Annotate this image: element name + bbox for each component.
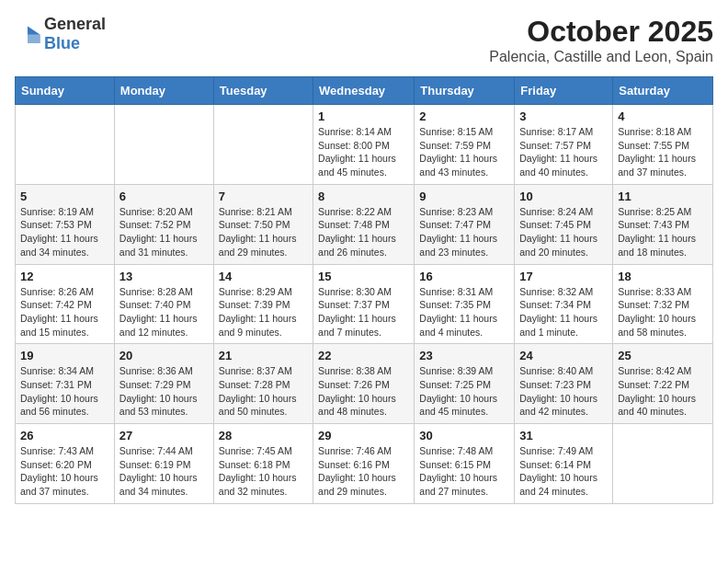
calendar-week-row: 12Sunrise: 8:26 AM Sunset: 7:42 PM Dayli… — [16, 264, 713, 344]
calendar-cell: 8Sunrise: 8:22 AM Sunset: 7:48 PM Daylig… — [313, 184, 415, 264]
day-number: 11 — [618, 190, 708, 203]
day-info: Sunrise: 8:40 AM Sunset: 7:23 PM Dayligh… — [519, 364, 608, 419]
day-info: Sunrise: 8:18 AM Sunset: 7:55 PM Dayligh… — [618, 125, 708, 179]
day-info: Sunrise: 8:26 AM Sunset: 7:42 PM Dayligh… — [20, 285, 109, 339]
calendar-cell: 16Sunrise: 8:31 AM Sunset: 7:35 PM Dayli… — [415, 264, 515, 344]
day-number: 12 — [20, 270, 109, 283]
calendar-cell: 21Sunrise: 8:37 AM Sunset: 7:28 PM Dayli… — [213, 344, 313, 424]
day-number: 31 — [519, 429, 608, 442]
day-info: Sunrise: 8:17 AM Sunset: 7:57 PM Dayligh… — [519, 125, 608, 179]
day-info: Sunrise: 7:49 AM Sunset: 6:14 PM Dayligh… — [519, 444, 608, 499]
day-info: Sunrise: 7:44 AM Sunset: 6:19 PM Dayligh… — [119, 444, 209, 499]
day-number: 2 — [419, 109, 509, 123]
calendar-cell: 2Sunrise: 8:15 AM Sunset: 7:59 PM Daylig… — [415, 105, 515, 185]
calendar-cell: 19Sunrise: 8:34 AM Sunset: 7:31 PM Dayli… — [16, 344, 115, 424]
day-number: 19 — [20, 349, 109, 362]
day-number: 15 — [318, 270, 409, 283]
logo-general: General — [44, 15, 106, 33]
calendar-cell: 15Sunrise: 8:30 AM Sunset: 7:37 PM Dayli… — [313, 264, 415, 344]
logo: General Blue — [15, 15, 106, 53]
calendar-cell: 3Sunrise: 8:17 AM Sunset: 7:57 PM Daylig… — [515, 105, 613, 185]
calendar-cell: 20Sunrise: 8:36 AM Sunset: 7:29 PM Dayli… — [114, 344, 213, 424]
day-number: 10 — [519, 190, 608, 203]
header-day: Friday — [515, 77, 613, 105]
day-info: Sunrise: 8:29 AM Sunset: 7:39 PM Dayligh… — [219, 285, 308, 339]
calendar-cell: 1Sunrise: 8:14 AM Sunset: 8:00 PM Daylig… — [313, 105, 415, 185]
day-info: Sunrise: 8:19 AM Sunset: 7:53 PM Dayligh… — [20, 205, 109, 259]
day-number: 18 — [618, 270, 708, 283]
calendar-cell: 17Sunrise: 8:32 AM Sunset: 7:34 PM Dayli… — [515, 264, 613, 344]
day-number: 27 — [119, 429, 209, 442]
page-header: General Blue October 2025 Palencia, Cast… — [15, 15, 713, 65]
calendar-cell: 11Sunrise: 8:25 AM Sunset: 7:43 PM Dayli… — [613, 184, 713, 264]
day-info: Sunrise: 7:48 AM Sunset: 6:15 PM Dayligh… — [419, 444, 509, 499]
svg-marker-0 — [28, 27, 40, 35]
day-info: Sunrise: 8:31 AM Sunset: 7:35 PM Dayligh… — [419, 285, 509, 339]
day-info: Sunrise: 8:39 AM Sunset: 7:25 PM Dayligh… — [419, 364, 509, 419]
calendar-cell: 24Sunrise: 8:40 AM Sunset: 7:23 PM Dayli… — [515, 344, 613, 424]
logo-icon — [15, 25, 40, 43]
day-info: Sunrise: 8:21 AM Sunset: 7:50 PM Dayligh… — [219, 205, 308, 259]
day-number: 21 — [219, 349, 308, 362]
header-day: Sunday — [16, 77, 115, 105]
calendar-cell: 7Sunrise: 8:21 AM Sunset: 7:50 PM Daylig… — [213, 184, 313, 264]
calendar-cell: 31Sunrise: 7:49 AM Sunset: 6:14 PM Dayli… — [515, 424, 613, 504]
calendar-cell: 23Sunrise: 8:39 AM Sunset: 7:25 PM Dayli… — [415, 344, 515, 424]
calendar-cell: 27Sunrise: 7:44 AM Sunset: 6:19 PM Dayli… — [114, 424, 213, 504]
day-number: 16 — [419, 270, 509, 283]
day-number: 7 — [219, 190, 308, 203]
calendar-cell: 10Sunrise: 8:24 AM Sunset: 7:45 PM Dayli… — [515, 184, 613, 264]
calendar-table: SundayMondayTuesdayWednesdayThursdayFrid… — [15, 76, 713, 504]
day-number: 23 — [419, 349, 509, 362]
header-day: Tuesday — [213, 77, 313, 105]
day-number: 13 — [119, 270, 209, 283]
header-day: Wednesday — [313, 77, 415, 105]
day-info: Sunrise: 8:15 AM Sunset: 7:59 PM Dayligh… — [419, 125, 509, 179]
header-day: Monday — [114, 77, 213, 105]
day-number: 9 — [419, 190, 509, 203]
day-info: Sunrise: 7:43 AM Sunset: 6:20 PM Dayligh… — [20, 444, 109, 499]
calendar-cell: 28Sunrise: 7:45 AM Sunset: 6:18 PM Dayli… — [213, 424, 313, 504]
day-info: Sunrise: 8:25 AM Sunset: 7:43 PM Dayligh… — [618, 205, 708, 259]
day-info: Sunrise: 8:42 AM Sunset: 7:22 PM Dayligh… — [618, 364, 708, 419]
calendar-cell: 25Sunrise: 8:42 AM Sunset: 7:22 PM Dayli… — [613, 344, 713, 424]
day-number: 17 — [519, 270, 608, 283]
day-info: Sunrise: 8:34 AM Sunset: 7:31 PM Dayligh… — [20, 364, 109, 419]
day-info: Sunrise: 7:46 AM Sunset: 6:16 PM Dayligh… — [318, 444, 409, 499]
header-row: SundayMondayTuesdayWednesdayThursdayFrid… — [16, 77, 713, 105]
day-number: 25 — [618, 349, 708, 362]
day-number: 22 — [318, 349, 409, 362]
day-info: Sunrise: 8:23 AM Sunset: 7:47 PM Dayligh… — [419, 205, 509, 259]
day-number: 28 — [219, 429, 308, 442]
day-number: 5 — [20, 190, 109, 203]
svg-marker-1 — [28, 35, 40, 43]
day-info: Sunrise: 8:14 AM Sunset: 8:00 PM Dayligh… — [318, 125, 409, 179]
day-info: Sunrise: 8:32 AM Sunset: 7:34 PM Dayligh… — [519, 285, 608, 339]
day-number: 1 — [318, 109, 409, 123]
calendar-week-row: 19Sunrise: 8:34 AM Sunset: 7:31 PM Dayli… — [16, 344, 713, 424]
day-info: Sunrise: 8:22 AM Sunset: 7:48 PM Dayligh… — [318, 205, 409, 259]
day-number: 30 — [419, 429, 509, 442]
header-day: Saturday — [613, 77, 713, 105]
day-info: Sunrise: 8:38 AM Sunset: 7:26 PM Dayligh… — [318, 364, 409, 419]
day-info: Sunrise: 8:20 AM Sunset: 7:52 PM Dayligh… — [119, 205, 209, 259]
calendar-title: October 2025 — [489, 15, 713, 49]
calendar-cell — [16, 105, 115, 185]
day-info: Sunrise: 8:30 AM Sunset: 7:37 PM Dayligh… — [318, 285, 409, 339]
calendar-cell — [613, 424, 713, 504]
day-number: 6 — [119, 190, 209, 203]
day-info: Sunrise: 8:33 AM Sunset: 7:32 PM Dayligh… — [618, 285, 708, 339]
day-info: Sunrise: 8:36 AM Sunset: 7:29 PM Dayligh… — [119, 364, 209, 419]
calendar-cell: 30Sunrise: 7:48 AM Sunset: 6:15 PM Dayli… — [415, 424, 515, 504]
title-block: October 2025 Palencia, Castille and Leon… — [489, 15, 713, 65]
logo-blue: Blue — [44, 34, 80, 52]
day-number: 3 — [519, 109, 608, 123]
calendar-cell: 13Sunrise: 8:28 AM Sunset: 7:40 PM Dayli… — [114, 264, 213, 344]
day-info: Sunrise: 7:45 AM Sunset: 6:18 PM Dayligh… — [219, 444, 308, 499]
day-number: 29 — [318, 429, 409, 442]
day-info: Sunrise: 8:24 AM Sunset: 7:45 PM Dayligh… — [519, 205, 608, 259]
calendar-cell: 4Sunrise: 8:18 AM Sunset: 7:55 PM Daylig… — [613, 105, 713, 185]
day-number: 24 — [519, 349, 608, 362]
day-number: 20 — [119, 349, 209, 362]
day-number: 26 — [20, 429, 109, 442]
